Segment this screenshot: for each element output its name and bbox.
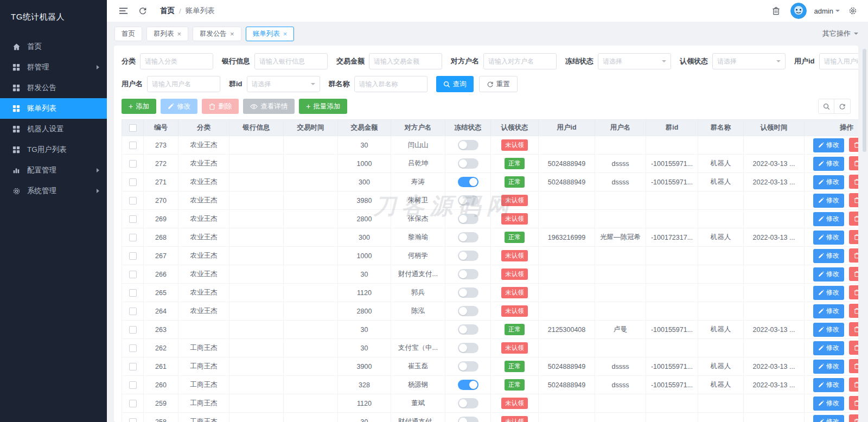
group-id-select[interactable]: 请选择 (247, 76, 320, 92)
search-button[interactable]: 查询 (436, 76, 474, 92)
row-checkbox[interactable] (129, 363, 137, 370)
sidebar-item-group-manage[interactable]: 群管理 (0, 57, 107, 78)
tab-bill-list[interactable]: 账单列表 (246, 27, 295, 41)
row-edit-button[interactable]: 修改 (813, 175, 844, 189)
bank-filter-input[interactable] (254, 53, 328, 69)
scrollbar-thumb[interactable] (863, 49, 866, 152)
frozen-toggle[interactable] (458, 417, 478, 422)
sidebar-item-robot-settings[interactable]: 机器人设置 (0, 119, 107, 139)
row-edit-button[interactable]: 修改 (813, 138, 844, 152)
reset-button[interactable]: 重置 (479, 76, 518, 92)
row-edit-button[interactable]: 修改 (813, 341, 844, 355)
row-delete-button[interactable]: 删除 (849, 138, 858, 152)
row-checkbox[interactable] (129, 234, 137, 241)
table-refresh-icon-button[interactable] (834, 99, 851, 114)
row-checkbox[interactable] (129, 400, 137, 407)
select-all-checkbox[interactable] (129, 124, 137, 132)
row-delete-button[interactable]: 删除 (849, 248, 858, 263)
row-checkbox[interactable] (129, 308, 137, 315)
sidebar-item-group-announce[interactable]: 群发公告 (0, 78, 107, 98)
group-name-filter-input[interactable] (354, 76, 427, 92)
row-checkbox[interactable] (129, 344, 137, 352)
add-button[interactable]: +添加 (122, 99, 156, 114)
row-checkbox[interactable] (129, 289, 137, 297)
row-checkbox[interactable] (129, 142, 137, 149)
frozen-toggle[interactable] (458, 343, 478, 353)
row-checkbox[interactable] (129, 160, 137, 168)
frozen-toggle[interactable] (458, 287, 478, 298)
row-edit-button[interactable]: 修改 (813, 231, 844, 245)
row-checkbox[interactable] (129, 252, 137, 260)
row-edit-button[interactable]: 修改 (813, 286, 844, 300)
frozen-toggle[interactable] (458, 398, 478, 408)
hamburger-icon[interactable] (118, 5, 129, 16)
row-delete-button[interactable]: 删除 (849, 267, 858, 281)
row-delete-button[interactable]: 删除 (849, 396, 858, 410)
close-icon[interactable] (230, 30, 234, 37)
frozen-toggle[interactable] (458, 158, 478, 169)
view-detail-button[interactable]: 查看详情 (243, 99, 295, 114)
avatar[interactable] (790, 3, 807, 19)
row-delete-button[interactable]: 删除 (849, 193, 858, 207)
user-name-filter-input[interactable] (147, 76, 220, 92)
row-delete-button[interactable]: 删除 (849, 304, 858, 318)
frozen-toggle[interactable] (458, 361, 478, 372)
row-edit-button[interactable]: 修改 (813, 212, 844, 226)
row-checkbox[interactable] (129, 215, 137, 223)
gear-icon[interactable] (847, 5, 858, 16)
row-edit-button[interactable]: 修改 (813, 194, 844, 208)
row-edit-button[interactable]: 修改 (813, 157, 844, 171)
row-delete-button[interactable]: 删除 (849, 230, 858, 244)
amount-filter-input[interactable] (369, 53, 442, 69)
sidebar-item-system-manage[interactable]: 系统管理 (0, 181, 107, 201)
row-edit-button[interactable]: 修改 (813, 378, 844, 392)
row-checkbox[interactable] (129, 418, 137, 422)
row-checkbox[interactable] (129, 381, 137, 389)
row-edit-button[interactable]: 修改 (813, 397, 844, 411)
row-delete-button[interactable]: 删除 (849, 322, 858, 336)
breadcrumb-home[interactable]: 首页 (160, 6, 175, 16)
frozen-toggle[interactable] (458, 140, 478, 150)
row-edit-button[interactable]: 修改 (813, 323, 844, 337)
frozen-toggle[interactable] (458, 269, 478, 279)
row-checkbox[interactable] (129, 271, 137, 278)
frozen-toggle[interactable] (458, 380, 478, 390)
row-delete-button[interactable]: 删除 (849, 341, 858, 355)
edit-button[interactable]: 修改 (161, 99, 197, 114)
close-icon[interactable] (283, 30, 288, 37)
batch-add-button[interactable]: +批量添加 (299, 99, 347, 114)
refresh-icon[interactable] (137, 5, 148, 16)
category-filter-input[interactable] (140, 53, 213, 69)
frozen-toggle[interactable] (458, 306, 478, 316)
row-edit-button[interactable]: 修改 (813, 304, 844, 318)
row-checkbox[interactable] (129, 326, 137, 334)
trash-icon[interactable] (771, 5, 782, 16)
frozen-toggle[interactable] (458, 232, 478, 242)
other-actions-dropdown[interactable]: 其它操作 (822, 29, 858, 39)
tab-group-announce[interactable]: 群发公告 (193, 27, 241, 41)
row-edit-button[interactable]: 修改 (813, 249, 844, 263)
sidebar-item-home[interactable]: 首页 (0, 36, 107, 57)
row-delete-button[interactable]: 删除 (849, 175, 858, 189)
frozen-status-select[interactable]: 请选择 (598, 53, 671, 69)
row-delete-button[interactable]: 删除 (849, 156, 858, 170)
sidebar-item-tg-user-list[interactable]: TG用户列表 (0, 139, 107, 160)
sidebar-item-config-manage[interactable]: 配置管理 (0, 160, 107, 181)
frozen-toggle[interactable] (458, 214, 478, 224)
counterparty-filter-input[interactable] (483, 53, 557, 69)
row-edit-button[interactable]: 修改 (813, 360, 844, 374)
tab-group-list[interactable]: 群列表 (146, 27, 188, 41)
table-search-icon-button[interactable] (818, 99, 834, 114)
row-delete-button[interactable]: 删除 (849, 378, 858, 392)
row-delete-button[interactable]: 删除 (849, 414, 858, 422)
user-menu[interactable]: admin (814, 7, 840, 15)
row-delete-button[interactable]: 删除 (849, 212, 858, 226)
close-icon[interactable] (177, 30, 182, 37)
row-checkbox[interactable] (129, 197, 137, 204)
user-id-filter-input[interactable] (819, 53, 858, 69)
frozen-toggle[interactable] (458, 324, 478, 335)
row-edit-button[interactable]: 修改 (813, 415, 844, 422)
row-checkbox[interactable] (129, 178, 137, 186)
sidebar-item-bill-list[interactable]: 账单列表 (0, 98, 107, 119)
frozen-toggle[interactable] (458, 177, 478, 187)
